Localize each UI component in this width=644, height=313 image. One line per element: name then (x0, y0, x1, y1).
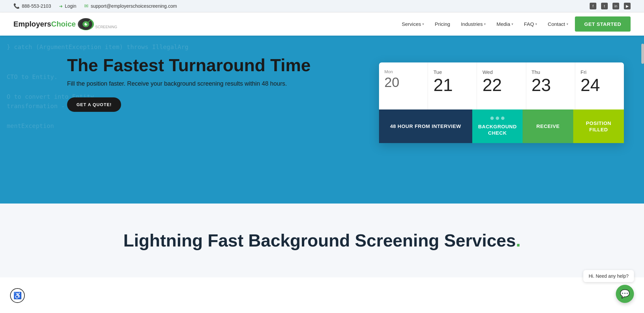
lower-section: Lightning Fast Background Screening Serv… (0, 204, 644, 277)
day-name-thu: Thu (532, 69, 570, 75)
day-name-wed: Wed (482, 69, 520, 75)
hero-content: The Fastest Turnaround Time Fill the pos… (67, 56, 311, 112)
logo-part1: Employers (13, 20, 51, 28)
day-num-tue: 21 (433, 75, 453, 95)
nav-faq[interactable]: FAQ ▾ (520, 18, 541, 30)
get-started-button[interactable]: GET STARTED (575, 16, 631, 32)
nav-pricing[interactable]: Pricing (431, 18, 454, 30)
day-name-tue: Tue (433, 69, 471, 75)
social-icons: f t in ▶ (590, 3, 631, 9)
phone-icon: 📞 (13, 3, 20, 9)
calendar-labels: 48 HOUR FROM INTERVIEW BACKGROUND CHECK … (379, 109, 624, 143)
twitter-icon[interactable]: t (601, 3, 608, 9)
calendar-day-mon: Mon 20 (379, 62, 428, 109)
day-num-fri: 24 (581, 75, 600, 95)
lower-title-dot: . (516, 231, 521, 250)
logo-part2: Choice (51, 20, 76, 28)
label-background-check: BACKGROUND CHECK (472, 109, 523, 143)
dot-1 (490, 117, 494, 120)
arrow-icon: ➜ (59, 4, 63, 9)
hero-subtitle: Fill the position faster. Receive your b… (67, 80, 311, 87)
calendar-day-wed: Wed 22 (477, 62, 526, 109)
login-item[interactable]: ➜ Login (59, 3, 76, 9)
label-position-filled: POSITION FILLED (573, 109, 624, 143)
logo: EmployersChoice SCREENING (13, 18, 117, 30)
linkedin-icon[interactable]: in (612, 3, 619, 9)
lower-title: Lightning Fast Background Screening Serv… (123, 231, 521, 250)
top-bar-left: 📞 888-553-2103 ➜ Login ✉ support@employe… (13, 3, 177, 9)
phone-item[interactable]: 📞 888-553-2103 (13, 3, 51, 9)
nav-media[interactable]: Media ▾ (492, 18, 517, 30)
chevron-down-icon: ▾ (535, 22, 537, 26)
logo-icon (78, 18, 94, 30)
hero-section: } catch (ArgumentException item) throws … (0, 36, 644, 204)
email-icon: ✉ (84, 3, 89, 9)
hero-title: The Fastest Turnaround Time (67, 56, 311, 75)
email-item[interactable]: ✉ support@employerschoicescreening.com (84, 3, 177, 9)
chevron-down-icon: ▾ (484, 22, 486, 26)
calendar-day-thu: Thu 23 (526, 62, 575, 109)
scrollbar[interactable] (641, 44, 644, 64)
chevron-down-icon: ▾ (567, 22, 568, 26)
label-receive: RECEIVE (523, 109, 573, 143)
phone-number: 888-553-2103 (22, 3, 51, 9)
logo-text: EmployersChoice (13, 20, 76, 29)
chat-widget: Hi. Need any help? 💬 (583, 270, 634, 277)
calendar-days: Mon 20 Tue 21 Wed 22 Thu 23 Fri 24 (379, 62, 624, 109)
nav-industries[interactable]: Industries ▾ (457, 18, 490, 30)
quote-button[interactable]: GET A QUOTE! (67, 97, 121, 112)
day-name-fri: Fri (581, 69, 619, 75)
calendar-card: Mon 20 Tue 21 Wed 22 Thu 23 Fri 24 (379, 62, 624, 143)
main-nav: Services ▾ Pricing Industries ▾ Media ▾ … (398, 16, 631, 32)
dot-2 (496, 117, 499, 120)
chat-bubble: Hi. Need any help? (583, 270, 634, 277)
day-num-mon: 20 (384, 75, 399, 90)
day-num-thu: 23 (532, 75, 551, 95)
email-address: support@employerschoicescreening.com (91, 3, 177, 9)
nav-contact[interactable]: Contact ▾ (544, 18, 572, 30)
nav-services[interactable]: Services ▾ (398, 18, 428, 30)
day-num-wed: 22 (482, 75, 502, 95)
chevron-down-icon: ▾ (422, 22, 424, 26)
header: EmployersChoice SCREENING Services ▾ Pri… (0, 12, 644, 36)
dot-3 (501, 117, 504, 120)
youtube-icon[interactable]: ▶ (624, 3, 631, 9)
day-name-mon: Mon (384, 69, 422, 74)
logo-subtitle: SCREENING (95, 25, 117, 30)
label-48-hour: 48 HOUR FROM INTERVIEW (379, 109, 472, 143)
dots-decoration (490, 117, 504, 120)
facebook-icon[interactable]: f (590, 3, 596, 9)
login-link[interactable]: Login (65, 3, 76, 9)
chevron-down-icon: ▾ (512, 22, 513, 26)
calendar-day-fri: Fri 24 (575, 62, 624, 109)
calendar-day-tue: Tue 21 (428, 62, 477, 109)
top-bar: 📞 888-553-2103 ➜ Login ✉ support@employe… (0, 0, 644, 12)
